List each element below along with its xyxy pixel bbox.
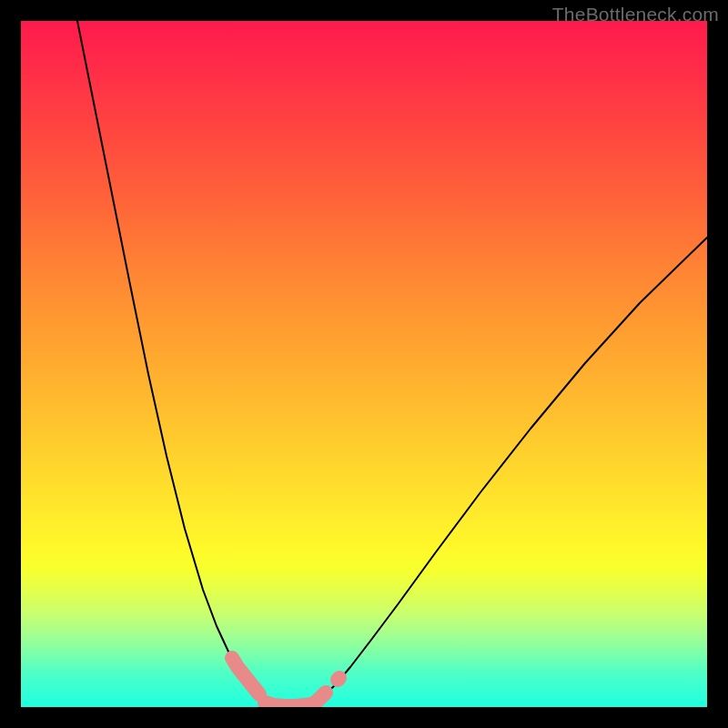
- series-left-curve: [77, 21, 278, 705]
- series-highlight-right: [314, 693, 326, 703]
- series-highlight-left: [232, 658, 259, 694]
- watermark-text: TheBottleneck.com: [552, 4, 719, 25]
- series-highlight-dot: [338, 678, 339, 680]
- series-right-curve: [312, 238, 707, 705]
- series-highlight-bottom: [265, 703, 312, 706]
- curve-group: [77, 21, 707, 706]
- curve-plot: [21, 21, 707, 707]
